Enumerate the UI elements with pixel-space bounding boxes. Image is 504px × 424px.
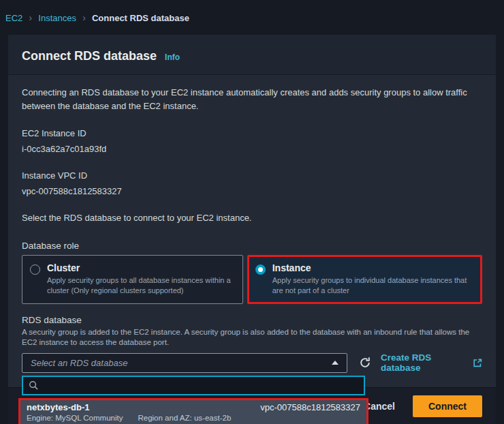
search-input[interactable] — [43, 380, 358, 391]
modal-title: Connect RDS database — [22, 49, 157, 63]
role-card-cluster[interactable]: Cluster Apply security groups to all dat… — [22, 255, 243, 304]
role-card-description: Apply security groups to individual data… — [272, 275, 473, 296]
breadcrumb: EC2 › Instances › Connect RDS database — [0, 0, 504, 23]
breadcrumb-current-page: Connect RDS database — [92, 13, 189, 23]
radio-instance-selected[interactable] — [255, 264, 266, 275]
chevron-up-icon — [332, 361, 338, 365]
database-role-cards: Cluster Apply security groups to all dat… — [22, 255, 482, 304]
chevron-right-icon: › — [29, 12, 32, 22]
select-prompt-text: Select the RDS database to connect to yo… — [22, 213, 482, 223]
search-icon — [29, 380, 39, 391]
role-card-title: Cluster — [47, 262, 234, 273]
database-role-label: Database role — [22, 241, 482, 251]
db-option-name: netxbytes-db-1 — [27, 402, 89, 412]
rds-database-select[interactable]: Select an RDS database — [22, 353, 347, 373]
role-card-description: Apply security groups to all database in… — [47, 275, 234, 296]
db-option-vpc: vpc-007588c1812583327 — [260, 402, 360, 412]
connect-rds-modal: Connect RDS database Info Connecting an … — [8, 35, 496, 424]
rds-option-netxbytes-db-1[interactable]: netxbytes-db-1 vpc-007588c1812583327 Eng… — [18, 398, 368, 424]
rds-search-box[interactable] — [22, 376, 365, 395]
select-placeholder: Select an RDS database — [31, 358, 127, 368]
modal-header: Connect RDS database Info — [8, 35, 496, 75]
refresh-button[interactable] — [359, 356, 372, 369]
radio-cluster[interactable] — [30, 264, 40, 275]
db-option-region-az: Region and AZ: us-east-2b — [138, 414, 231, 422]
breadcrumb-instances[interactable]: Instances — [38, 13, 76, 23]
chevron-right-icon: › — [82, 12, 86, 22]
external-link-icon — [473, 358, 482, 368]
rds-select-row: Select an RDS database Create RDS databa… — [22, 352, 482, 373]
info-link[interactable]: Info — [165, 52, 180, 62]
create-rds-database-link[interactable]: Create RDS database — [381, 352, 482, 373]
db-option-engine: Engine: MySQL Community — [27, 414, 123, 422]
ec2-instance-id-label: EC2 Instance ID — [22, 128, 482, 138]
instance-vpc-id-label: Instance VPC ID — [22, 170, 482, 181]
role-card-instance[interactable]: Instance Apply security groups to indivi… — [247, 255, 482, 304]
modal-body: Connecting an RDS database to your EC2 i… — [8, 75, 496, 424]
instance-vpc-id-value: vpc-007588c1812583327 — [22, 186, 482, 196]
rds-database-description: A security group is added to the EC2 ins… — [22, 327, 482, 348]
intro-text: Connecting an RDS database to your EC2 i… — [22, 86, 482, 113]
role-card-title: Instance — [272, 262, 473, 273]
refresh-icon — [359, 357, 371, 369]
rds-database-label: RDS database — [22, 315, 482, 325]
breadcrumb-ec2[interactable]: EC2 — [5, 13, 22, 23]
create-rds-database-label: Create RDS database — [381, 352, 469, 373]
ec2-instance-id-value: i-0cc3a62a7c01a93fd — [22, 144, 482, 154]
